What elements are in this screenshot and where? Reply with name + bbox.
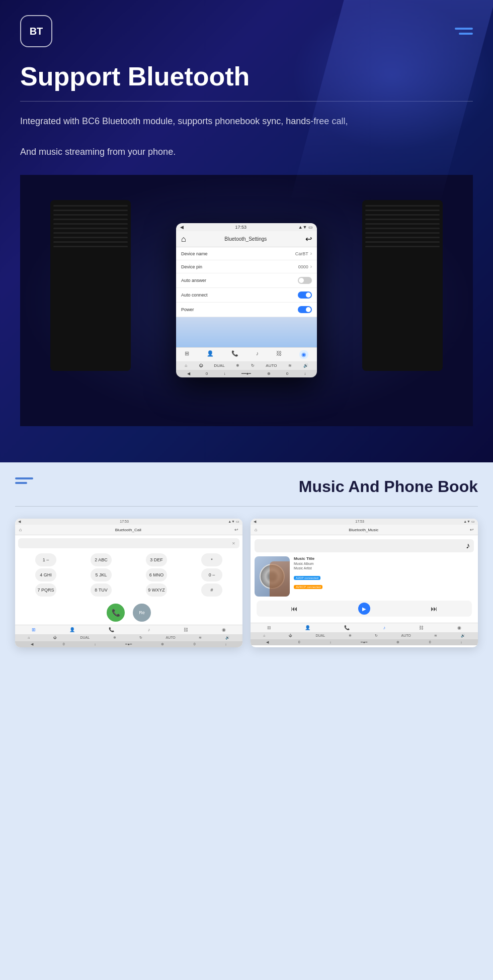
ca-left[interactable]: ◀ (31, 642, 33, 646)
device-name-label: Device name (181, 251, 208, 256)
key-3[interactable]: 3 DEF (146, 553, 167, 566)
music-nav-grid[interactable]: ⊞ (267, 625, 271, 630)
call-button[interactable]: 📞 (107, 604, 125, 622)
ca-0: 0 (63, 642, 65, 646)
ma-left[interactable]: ◀ (266, 640, 269, 644)
music-controls-bar-bottom: ⌂ ⏻ DUAL ❄ ↻ AUTO ≋ 🔊 (251, 632, 478, 639)
next-btn[interactable]: ⏭ (431, 605, 438, 613)
device-pin-row[interactable]: Device pin 0000 › (176, 260, 317, 273)
ctrl-snow[interactable]: ❄ (236, 363, 239, 368)
power-toggle[interactable] (298, 306, 312, 313)
ctrl-loop[interactable]: ↻ (251, 363, 255, 368)
auto-connect-row[interactable]: Auto connect (176, 288, 317, 303)
ctrl-vol[interactable]: 🔊 (303, 363, 308, 368)
nav-grid[interactable]: ⊞ (185, 350, 189, 359)
arr-right[interactable]: ⊕ (267, 371, 271, 376)
call-screen-card: ◀ 17:53 ▲▼ ▭ ⌂ Bluetooth_Call ↩ ✕ 1 – 2 … (15, 519, 242, 647)
key-1[interactable]: 1 – (35, 553, 56, 566)
mc-snow[interactable]: ❄ (349, 634, 352, 638)
cc-power[interactable]: ⏻ (53, 636, 57, 640)
cc-home[interactable]: ⌂ (28, 636, 30, 640)
ma-slider[interactable]: ━●━ (361, 640, 367, 644)
music-nav-bt[interactable]: ◉ (457, 625, 461, 630)
section-title: Music And Phone Book (299, 477, 478, 496)
redial-button[interactable]: Re (133, 604, 151, 622)
ma-down2[interactable]: ↓ (460, 640, 462, 644)
device-name-row[interactable]: Device name CarBT › (176, 247, 317, 260)
top-nav: BT (20, 15, 473, 47)
music-search-row[interactable]: ♪ (255, 539, 474, 552)
nav-music[interactable]: ♪ (256, 350, 259, 359)
call-nav-phone[interactable]: 📞 (109, 627, 114, 632)
arr-0: 0 (206, 371, 208, 376)
key-4[interactable]: 4 GHI (35, 568, 56, 581)
call-clear-icon[interactable]: ✕ (232, 541, 235, 546)
arr-slider[interactable]: ━━●━ (241, 371, 252, 376)
auto-answer-row[interactable]: Auto answer (176, 273, 317, 288)
nav-link[interactable]: ⛓ (276, 350, 282, 359)
play-btn[interactable]: ▶ (358, 603, 370, 615)
call-nav-link[interactable]: ⛓ (184, 627, 188, 632)
cc-snow[interactable]: ❄ (113, 636, 116, 640)
mc-home[interactable]: ⌂ (263, 634, 265, 638)
cc-fan[interactable]: ≋ (199, 636, 202, 640)
music-nav-phone[interactable]: 📞 (344, 625, 350, 630)
cc-vol[interactable]: 🔊 (225, 636, 230, 640)
device-pin-value: 0000 (298, 264, 308, 269)
call-input[interactable]: ✕ (18, 538, 239, 548)
call-actions: 📞 Re (15, 601, 242, 625)
arr-down2[interactable]: ↓ (304, 371, 306, 376)
call-nav-bt[interactable]: ◉ (222, 627, 226, 632)
ca-slider[interactable]: ━●━ (125, 642, 131, 646)
section-divider (15, 506, 478, 507)
a2dp-badge: A2DP connected (294, 576, 320, 580)
music-home-icon: ⌂ (255, 527, 257, 532)
music-album: Music Album (294, 562, 474, 565)
prev-btn[interactable]: ⏮ (291, 605, 298, 613)
music-nav-link[interactable]: ⛓ (419, 625, 424, 630)
key-2[interactable]: 2 ABC (91, 553, 112, 566)
ma-r[interactable]: ⊕ (396, 640, 399, 644)
home-icon: ⌂ (181, 235, 186, 244)
key-8[interactable]: 8 TUV (91, 583, 112, 597)
ca-down[interactable]: ↓ (94, 642, 96, 646)
device-pin-label: Device pin (181, 264, 202, 269)
ma-down[interactable]: ↓ (330, 640, 332, 644)
arr-left[interactable]: ◀ (187, 371, 190, 376)
ctrl-home[interactable]: ⌂ (185, 363, 187, 368)
nav-bt-active[interactable]: ◉ (299, 350, 308, 359)
key-star[interactable]: * (201, 553, 222, 566)
cc-loop[interactable]: ↻ (139, 636, 142, 640)
call-nav-music[interactable]: ♪ (148, 627, 150, 632)
key-hash[interactable]: # (201, 583, 222, 597)
auto-answer-toggle[interactable] (298, 277, 312, 284)
tablet-status-bar: ◀ 17:53 ▲▼ ▭ (176, 223, 317, 231)
mc-fan[interactable]: ≋ (434, 634, 437, 638)
ca-0b: 0 (194, 642, 196, 646)
ctrl-auto: AUTO (266, 363, 277, 368)
ctrl-fan[interactable]: ≋ (288, 363, 292, 368)
menu-button[interactable] (455, 28, 473, 35)
nav-contacts[interactable]: 👤 (207, 350, 214, 359)
key-9[interactable]: 9 WXYZ (146, 583, 167, 597)
ca-down2[interactable]: ↓ (225, 642, 227, 646)
key-5[interactable]: 5 JKL (91, 568, 112, 581)
music-nav-music-active[interactable]: ♪ (383, 625, 386, 630)
music-nav-contacts[interactable]: 👤 (305, 625, 310, 630)
auto-connect-toggle[interactable] (298, 291, 312, 299)
call-nav-contacts[interactable]: 👤 (69, 627, 75, 632)
power-row[interactable]: Power (176, 303, 317, 317)
ctrl-power[interactable]: ⏻ (199, 363, 203, 368)
ca-r[interactable]: ⊕ (161, 642, 164, 646)
key-7[interactable]: 7 PQRS (35, 583, 56, 597)
mc-loop[interactable]: ↻ (375, 634, 378, 638)
arr-down[interactable]: ↓ (223, 371, 225, 376)
mc-power[interactable]: ⏻ (289, 634, 292, 638)
nav-phone[interactable]: 📞 (231, 350, 238, 359)
arr-0b: 0 (286, 371, 288, 376)
bluetooth-settings-title: Bluetooth_Settings (224, 236, 267, 242)
key-6[interactable]: 6 MNO (146, 568, 167, 581)
call-nav-grid[interactable]: ⊞ (32, 627, 36, 632)
key-0[interactable]: 0 – (201, 568, 222, 581)
mc-vol[interactable]: 🔊 (461, 634, 465, 638)
